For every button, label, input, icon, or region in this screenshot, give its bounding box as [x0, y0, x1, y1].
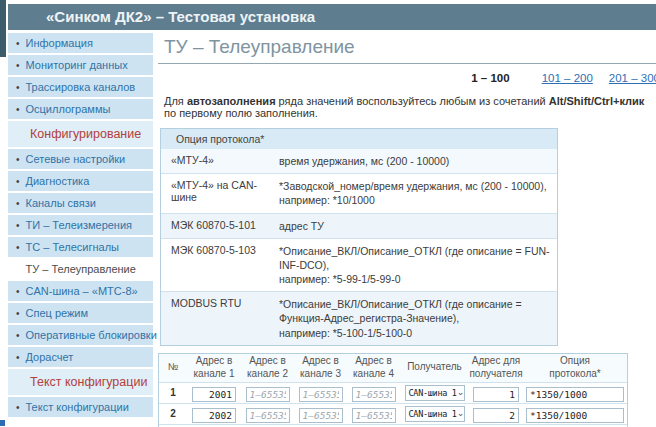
page-title: ТУ – Телеуправление: [158, 36, 656, 64]
address-channel-4-input[interactable]: [352, 387, 396, 402]
recipient-select[interactable]: CAN-шина 1⌄: [405, 385, 465, 401]
sidebar-item-label: Мониторинг данных: [26, 59, 128, 71]
protocol-option-row: «МТУ-4» на CAN-шине *Заводской_номер/вре…: [161, 173, 557, 212]
hint-bold-keys: Alt/Shift/Ctrl+клик: [549, 95, 644, 107]
protocol-name: «МТУ-4»: [161, 149, 279, 173]
protocol-option-input[interactable]: [526, 408, 624, 423]
column-header-0: №: [159, 361, 187, 374]
sidebar-item[interactable]: •Спец режим: [8, 303, 153, 323]
window-edge-strip: [0, 0, 6, 57]
row-number: 2: [159, 408, 187, 419]
sidebar-item[interactable]: •Мониторинг данных: [8, 55, 153, 75]
protocol-name: MODBUS RTU: [161, 292, 279, 345]
bullet-icon: •: [16, 104, 20, 115]
address-channel-1-input[interactable]: [192, 408, 236, 423]
table-body: 1CAN-шина 1⌄2CAN-шина 1⌄3CAN-шина 1⌄4CAN…: [159, 382, 627, 427]
address-channel-3-input[interactable]: [299, 408, 343, 423]
column-header-1: Адрес в канале 1: [187, 355, 241, 380]
chevron-down-icon: ⌄: [457, 409, 465, 418]
sidebar-nav: •Информация•Мониторинг данных•Трассировк…: [8, 33, 153, 417]
sidebar-item[interactable]: •Диагностика: [8, 171, 153, 191]
sidebar-item-label: ТУ – Телеуправление: [26, 263, 136, 275]
recipient-select[interactable]: CAN-шина 1⌄: [405, 406, 465, 422]
recipient-address-input[interactable]: [473, 408, 519, 423]
address-channel-4-input[interactable]: [352, 408, 396, 423]
protocol-option-row: «МТУ-4» время удержания, мс (200 - 10000…: [161, 149, 557, 173]
hint-text: по первому полю заполнения.: [164, 107, 318, 119]
protocol-name: МЭК 60870-5-101: [161, 214, 279, 238]
sidebar-item-label: Осциллограммы: [26, 103, 111, 115]
pagination-current-range: 1 – 100: [471, 72, 509, 84]
table-row-1: 1CAN-шина 1⌄: [159, 382, 627, 403]
bullet-icon: •: [16, 198, 20, 209]
protocol-option-row: MODBUS RTU *Описание_ВКЛ/Описание_ОТКЛ (…: [161, 291, 557, 345]
protocol-name: «МТУ-4» на CAN-шине: [161, 174, 279, 212]
sidebar: •Информация•Мониторинг данных•Трассировк…: [8, 33, 153, 427]
recipient-address-input[interactable]: [473, 387, 519, 402]
sidebar-item-label: Дорасчет: [26, 351, 74, 363]
sidebar-item-label: ТИ – Телеизмерения: [26, 219, 133, 231]
protocol-option-row: МЭК 60870-5-101 адрес ТУ: [161, 213, 557, 238]
sidebar-item-label: Диагностика: [26, 175, 90, 187]
sidebar-item[interactable]: •ТИ – Телеизмерения: [8, 215, 153, 235]
bullet-icon: •: [16, 176, 20, 187]
recipient-selected-value: CAN-шина 1: [409, 388, 457, 398]
column-header-5: Получатель: [400, 361, 469, 374]
sidebar-item-label: Сетевые настройки: [26, 153, 126, 165]
protocol-options-table: Опция протокола* «МТУ-4» время удержания…: [160, 128, 558, 346]
address-channel-2-input[interactable]: [246, 408, 290, 423]
main-content: ТУ – Телеуправление 1 – 100101 – 200201 …: [158, 36, 656, 427]
sidebar-section-header: Текст конфигурации: [8, 369, 153, 395]
bullet-icon: •: [16, 154, 20, 165]
sidebar-item-label: Текст конфигурации: [26, 401, 129, 413]
sidebar-item-label: Трассировка каналов: [26, 81, 136, 93]
sidebar-item[interactable]: •Информация: [8, 33, 153, 53]
protocol-option-input[interactable]: [526, 387, 624, 402]
table-row-2: 2CAN-шина 1⌄: [159, 403, 627, 424]
bullet-icon: •: [16, 308, 20, 319]
sidebar-item[interactable]: •Осциллограммы: [8, 99, 153, 119]
sidebar-item-active[interactable]: •ТУ – Телеуправление: [8, 259, 153, 279]
address-channel-2-input[interactable]: [246, 387, 290, 402]
sidebar-item[interactable]: •CAN-шина – «МТС-8»: [8, 281, 153, 301]
hint-bold-autofill: автозаполнения: [187, 95, 276, 107]
pagination-link-201-300[interactable]: 201 – 300: [609, 72, 656, 84]
corner-artifact: [0, 420, 5, 426]
pagination-link-101-200[interactable]: 101 – 200: [542, 72, 593, 84]
address-channel-1-input[interactable]: [192, 387, 236, 402]
bullet-icon: •: [16, 352, 20, 363]
sidebar-item[interactable]: •Сетевые настройки: [8, 149, 153, 169]
app-title: «Синком ДК2» – Тестовая установка: [8, 4, 656, 30]
protocol-description: время удержания, мс (200 - 10000): [279, 149, 557, 173]
address-channel-3-input[interactable]: [299, 387, 343, 402]
sidebar-item-label: Информация: [26, 37, 93, 49]
protocol-options-rows: «МТУ-4» время удержания, мс (200 - 10000…: [161, 149, 557, 345]
column-header-3: Адрес в канале 3: [294, 355, 347, 380]
sidebar-item-label: Спец режим: [26, 307, 89, 319]
column-header-4: Адрес в канале 4: [347, 355, 400, 380]
sidebar-section-header: Конфигурирование: [8, 121, 153, 147]
sidebar-item-label: Оперативные блокировки: [26, 329, 157, 341]
column-header-6: Адрес для получателя: [469, 355, 523, 380]
sidebar-item[interactable]: •Оперативные блокировки: [8, 325, 153, 345]
bullet-icon: •: [16, 82, 20, 93]
bullet-icon: •: [16, 60, 20, 71]
recipient-selected-value: CAN-шина 1: [409, 409, 457, 419]
protocol-description: *Описание_ВКЛ/Описание_ОТКЛ (где описани…: [279, 292, 557, 345]
sidebar-item-label: CAN-шина – «МТС-8»: [26, 285, 138, 297]
autofill-hint: Для автозаполнения ряда значений восполь…: [164, 95, 656, 119]
table-header-row: №Адрес в канале 1Адрес в канале 2Адрес в…: [159, 354, 627, 382]
sidebar-item[interactable]: •Текст конфигурации: [8, 397, 153, 417]
protocol-name: МЭК 60870-5-103: [161, 239, 279, 292]
pagination: 1 – 100101 – 200201 – 300: [158, 72, 656, 84]
bullet-icon: •: [16, 220, 20, 231]
protocol-option-row: МЭК 60870-5-103 *Описание_ВКЛ/Описание_О…: [161, 238, 557, 292]
sidebar-item[interactable]: •Дорасчет: [8, 347, 153, 367]
sidebar-item[interactable]: •Каналы связи: [8, 193, 153, 213]
sidebar-item[interactable]: •ТС – Телесигналы: [8, 237, 153, 257]
protocol-description: *Описание_ВКЛ/Описание_ОТКЛ (где описани…: [279, 239, 557, 292]
hint-text: ряда значений воспользуйтесь любым из со…: [276, 95, 549, 107]
sidebar-item[interactable]: •Трассировка каналов: [8, 77, 153, 97]
column-header-7: Опция протокола*: [523, 355, 627, 380]
column-header-2: Адрес в канале 2: [241, 355, 294, 380]
